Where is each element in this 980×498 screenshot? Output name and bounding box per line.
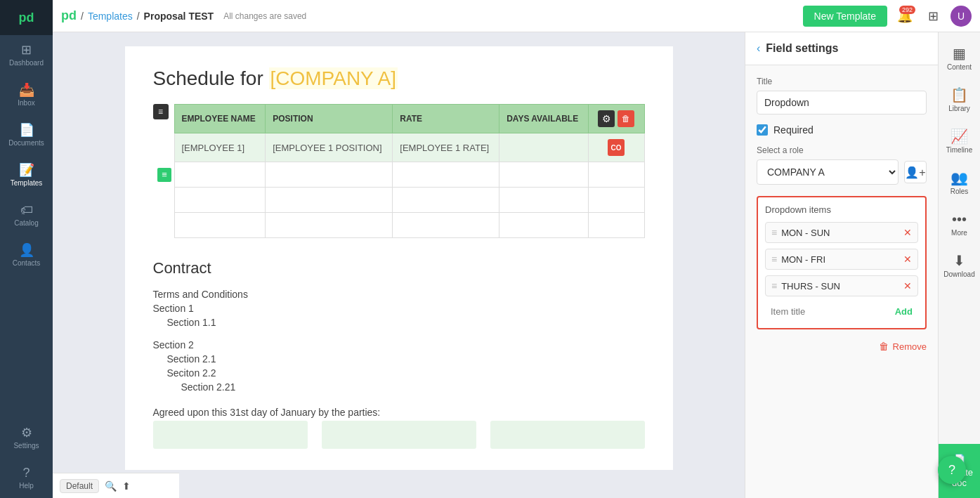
download-icon: ⬇ (953, 254, 965, 268)
help-chat-button[interactable]: ? (938, 456, 966, 484)
remove-field-row[interactable]: 🗑 Remove (757, 341, 927, 352)
contacts-icon: 👤 (19, 244, 34, 256)
right-icon-more[interactable]: ••• More (941, 205, 979, 244)
catalog-icon: 🏷 (20, 204, 33, 216)
cell-days[interactable]: ✓ MON - SUN MON - FRI (499, 133, 588, 162)
field-settings-header: ‹ Field settings (745, 32, 938, 65)
right-icon-library[interactable]: 📋 Library (941, 81, 979, 119)
settings-icon: ⚙ (21, 426, 32, 439)
contract-terms: Terms and Conditions (153, 289, 645, 300)
breadcrumb: / Templates / Proposal TEST All changes … (81, 11, 306, 22)
sidebar-item-help[interactable]: ? Help (0, 458, 53, 498)
right-icon-timeline[interactable]: 📈 Timeline (941, 122, 979, 161)
drag-handle-1[interactable]: ≡ (771, 227, 777, 238)
remove-item-3-button[interactable]: ✕ (903, 281, 912, 291)
col-position: POSITION (266, 105, 393, 133)
title-field-input[interactable] (757, 91, 927, 114)
zoom-icon[interactable]: 🔍 (105, 480, 117, 492)
more-label: More (951, 229, 967, 237)
notification-button[interactable]: 🔔 292 (894, 6, 915, 27)
timeline-label: Timeline (946, 146, 972, 154)
signature-box-3 (490, 421, 645, 449)
roles-icon: 👥 (950, 171, 968, 185)
required-row: Required (757, 124, 927, 136)
grid-button[interactable]: ⊞ (922, 6, 943, 27)
remove-item-1-button[interactable]: ✕ (903, 228, 912, 237)
doc-area: Schedule for [COMPANY A] ≡ EMPLOYEE NAME… (53, 32, 745, 498)
breadcrumb-sep2: / (137, 11, 140, 22)
col-trash-button[interactable]: 🗑 (618, 110, 634, 127)
dashboard-icon: ⊞ (21, 44, 32, 56)
add-item-row: Add (765, 302, 918, 321)
right-icon-content[interactable]: ▦ Content (941, 39, 979, 78)
contract-section2: Section 2 (153, 339, 645, 350)
sidebar-label-settings: Settings (13, 442, 39, 450)
table-row (174, 213, 644, 238)
table-row: ≡ (174, 162, 644, 188)
documents-icon: 📄 (19, 124, 34, 136)
sidebar-item-inbox[interactable]: 📥 Inbox (0, 75, 53, 115)
sidebar-label-templates: Templates (11, 179, 43, 187)
required-checkbox[interactable] (757, 124, 768, 136)
breadcrumb-sep1: / (81, 11, 84, 22)
schedule-table-wrapper: ≡ EMPLOYEE NAME POSITION RATE DAYS AVAIL… (153, 104, 645, 238)
sidebar-item-contacts[interactable]: 👤 Contacts (0, 235, 53, 275)
sidebar-item-templates[interactable]: 📝 Templates (0, 155, 53, 195)
sidebar-item-dashboard[interactable]: ⊞ Dashboard (0, 35, 53, 75)
contract-section: Contract Terms and Conditions Section 1 … (153, 259, 645, 449)
download-label: Download (943, 270, 974, 278)
table-menu-button[interactable]: ≡ (153, 104, 169, 119)
contract-section2-2: Seciton 2.2 (167, 367, 645, 379)
sidebar-label-catalog: Catalog (14, 219, 38, 227)
role-label: Select a role (757, 145, 927, 155)
content-label: Content (947, 63, 972, 71)
contract-section2-21: Section 2.21 (181, 381, 645, 393)
field-settings-title: Field settings (766, 42, 838, 55)
autosave-status: All changes are saved (223, 11, 306, 21)
sidebar-label-dashboard: Dashboard (9, 59, 44, 67)
new-template-button[interactable]: New Template (803, 6, 887, 27)
add-item-input[interactable] (771, 306, 895, 317)
role-select[interactable]: COMPANY A (757, 159, 899, 185)
back-button[interactable]: ‹ (757, 42, 760, 55)
signature-box-2 (322, 421, 476, 449)
agreed-text: Agreed upon this 31st day of January by … (153, 407, 645, 418)
notification-badge: 292 (899, 6, 915, 14)
sidebar-item-documents[interactable]: 📄 Documents (0, 115, 53, 155)
dropdown-item-row-2: ≡ MON - FRI ✕ (765, 249, 918, 270)
remove-item-2-button[interactable]: ✕ (903, 254, 912, 264)
sidebar-item-catalog[interactable]: 🏷 Catalog (0, 195, 53, 235)
signature-row (153, 421, 645, 449)
templates-icon: 📝 (19, 164, 34, 176)
contract-section1: Section 1 (153, 303, 645, 314)
dropdown-item-text-3: THURS - SUN (781, 281, 899, 291)
role-row: COMPANY A 👤+ (757, 159, 927, 185)
right-icon-bar: ▦ Content 📋 Library 📈 Timeline 👥 Roles •… (938, 32, 980, 498)
add-item-button[interactable]: Add (895, 306, 913, 317)
required-label: Required (773, 124, 814, 136)
drag-handle-3[interactable]: ≡ (771, 280, 777, 291)
add-row-button[interactable]: ≡ (157, 168, 171, 182)
default-badge[interactable]: Default (60, 479, 99, 493)
more-icon: ••• (952, 212, 967, 226)
right-icon-roles[interactable]: 👥 Roles (941, 164, 979, 202)
bottom-bar: Default 🔍 ⬆ (53, 473, 179, 498)
cell-position: [EMPLOYEE 1 POSITION] (266, 133, 393, 162)
cell-rate: [EMPLOYEE 1 RATE] (393, 133, 499, 162)
breadcrumb-templates-link[interactable]: Templates (88, 11, 133, 22)
avatar[interactable]: U (950, 6, 972, 27)
role-add-icon[interactable]: 👤+ (904, 161, 927, 183)
dropdown-item-text-1: MON - SUN (781, 228, 899, 238)
right-icon-download[interactable]: ⬇ Download (941, 247, 979, 285)
drag-handle-2[interactable]: ≡ (771, 254, 777, 265)
bottom-upload-icon[interactable]: ⬆ (122, 480, 131, 492)
contract-section2-1: Section 2.1 (167, 353, 645, 365)
app-logo: pd (0, 0, 53, 35)
col-gear-button[interactable]: ⚙ (598, 110, 615, 127)
sidebar-item-settings[interactable]: ⚙ Settings (0, 418, 53, 458)
inbox-icon: 📥 (19, 84, 34, 96)
breadcrumb-current: Proposal TEST (144, 11, 214, 22)
dropdown-items-label: Dropdown items (765, 204, 918, 215)
copy-button[interactable]: CO (608, 139, 625, 156)
dropdown-item-row-3: ≡ THURS - SUN ✕ (765, 275, 918, 296)
